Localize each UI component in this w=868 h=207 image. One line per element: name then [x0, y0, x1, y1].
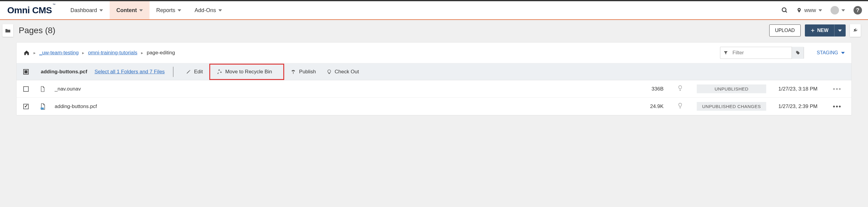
pin-icon: [797, 7, 802, 13]
file-date: 1/27/23, 2:39 PM: [766, 104, 830, 109]
help-icon[interactable]: ?: [854, 6, 862, 14]
chevron-down-icon: [99, 9, 103, 11]
selection-action-bar: adding-buttons.pcf Select all 1 Folders …: [17, 63, 851, 80]
lightbulb-icon: [327, 69, 332, 74]
svg-point-0: [782, 8, 786, 12]
move-to-recycle-action[interactable]: Move to Recycle Bin ­: [210, 65, 284, 79]
filter-input[interactable]: [731, 48, 792, 58]
row-checkbox[interactable]: [23, 86, 29, 92]
chevron-down-icon: [178, 9, 181, 11]
pencil-icon: [186, 69, 191, 74]
crumb-sep: ▸: [33, 50, 36, 55]
antenna-icon: [290, 69, 296, 74]
chevron-down-icon: [818, 9, 822, 11]
file-name[interactable]: _nav.ounav: [55, 86, 630, 92]
publish-action[interactable]: Publish: [285, 66, 321, 78]
table-row[interactable]: _nav.ounav 336B UNPUBLISHED 1/27/23, 3:1…: [17, 80, 851, 98]
crumb-current: page-editing: [147, 50, 175, 56]
folder-tab[interactable]: [2, 24, 13, 37]
file-icon: [40, 86, 46, 92]
filter-box: [720, 47, 804, 59]
crumb-sep: ▸: [141, 50, 143, 55]
checkout-indicator[interactable]: [663, 85, 697, 93]
file-size: 336B: [630, 86, 663, 92]
crumb-sep: ▸: [82, 50, 84, 55]
page-title: Pages (8): [19, 26, 55, 35]
recycle-icon: [217, 69, 222, 74]
file-date: 1/27/23, 3:18 PM: [766, 86, 830, 92]
filter-icon: [720, 50, 731, 55]
tag-filter-button[interactable]: [792, 47, 804, 59]
plus-icon: [811, 28, 815, 33]
new-button[interactable]: NEW: [805, 25, 834, 36]
chevron-down-icon: [841, 9, 845, 11]
crumb-omni-training[interactable]: omni-training-tutorials: [88, 50, 137, 56]
nav-dashboard[interactable]: Dashboard: [64, 1, 110, 19]
tag-icon: [796, 50, 800, 55]
pcf-file-icon: PCF: [40, 103, 46, 110]
svg-point-4: [797, 51, 797, 52]
new-button-group: NEW: [805, 25, 846, 36]
edit-action[interactable]: Edit: [181, 66, 208, 78]
top-nav: Omni CMS™ Dashboard Content Reports Add-…: [0, 0, 868, 19]
file-size: 24.9K: [630, 104, 663, 109]
folder-icon: [5, 28, 11, 33]
nav-reports[interactable]: Reports: [150, 1, 188, 19]
brand-logo: Omni CMS™: [7, 5, 55, 15]
user-menu[interactable]: [831, 6, 845, 14]
table-row[interactable]: PCF adding-buttons.pcf 24.9K UNPUBLISHED…: [17, 98, 851, 115]
chevron-down-icon: [841, 52, 845, 54]
svg-line-1: [785, 11, 787, 13]
breadcrumb: ▸ _uw-team-testing ▸ omni-training-tutor…: [17, 42, 851, 63]
search-icon[interactable]: [781, 7, 788, 13]
svg-text:PCF: PCF: [41, 108, 43, 109]
checkout-action[interactable]: Check Out: [321, 66, 364, 78]
gadgets-tab[interactable]: [850, 24, 861, 37]
environment-picker[interactable]: STAGING: [817, 50, 845, 56]
chevron-down-icon: [838, 30, 842, 32]
topbar-right: www ?: [781, 6, 862, 14]
file-panel: ▸ _uw-team-testing ▸ omni-training-tutor…: [16, 42, 852, 115]
row-more-menu[interactable]: •••: [830, 103, 845, 110]
main-nav: Dashboard Content Reports Add-Ons: [64, 1, 229, 19]
checkout-indicator[interactable]: [663, 103, 697, 110]
nav-addons[interactable]: Add-Ons: [188, 1, 229, 19]
home-icon[interactable]: [23, 50, 30, 56]
chevron-down-icon: [218, 9, 222, 11]
crumb-uw-team-testing[interactable]: _uw-team-testing: [39, 50, 79, 56]
site-picker[interactable]: www: [797, 7, 822, 13]
row-checkbox[interactable]: [23, 104, 29, 109]
nav-content[interactable]: Content: [110, 1, 150, 19]
status-badge: UNPUBLISHED CHANGES: [697, 102, 766, 111]
status-badge: UNPUBLISHED: [697, 84, 766, 93]
new-button-dropdown[interactable]: [834, 25, 846, 36]
select-all-checkbox[interactable]: [23, 69, 29, 74]
selected-file-name: adding-buttons.pcf: [41, 69, 87, 75]
upload-button[interactable]: UPLOAD: [769, 25, 801, 36]
file-name[interactable]: adding-buttons.pcf: [55, 104, 630, 109]
page-header: Pages (8) UPLOAD NEW: [0, 19, 868, 42]
chevron-down-icon: [139, 9, 143, 11]
row-more-menu[interactable]: •••: [830, 85, 845, 93]
plug-icon: [852, 28, 858, 33]
avatar: [831, 6, 839, 14]
select-all-link[interactable]: Select all 1 Folders and 7 Files: [95, 69, 164, 75]
